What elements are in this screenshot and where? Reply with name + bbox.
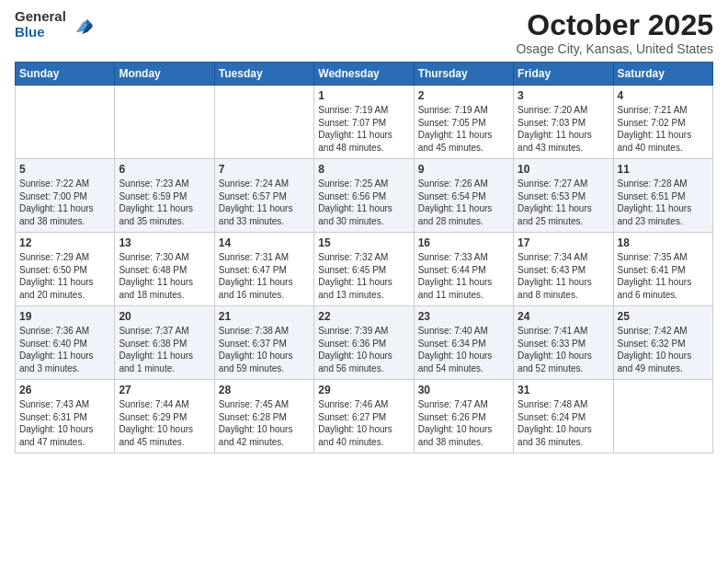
location: Osage City, Kansas, United States [516,41,713,56]
week-row-3: 19Sunrise: 7:36 AM Sunset: 6:40 PM Dayli… [16,306,713,380]
day-info: Sunrise: 7:40 AM Sunset: 6:34 PM Dayligh… [418,325,509,374]
week-row-4: 26Sunrise: 7:43 AM Sunset: 6:31 PM Dayli… [16,380,713,454]
col-saturday: Saturday [613,63,712,86]
calendar-cell: 31Sunrise: 7:48 AM Sunset: 6:24 PM Dayli… [514,380,613,454]
day-number: 14 [219,236,310,249]
day-number: 8 [318,163,409,176]
calendar-cell: 20Sunrise: 7:37 AM Sunset: 6:38 PM Dayli… [115,306,214,380]
day-info: Sunrise: 7:39 AM Sunset: 6:36 PM Dayligh… [318,325,409,374]
day-number: 27 [119,384,210,396]
calendar-cell: 29Sunrise: 7:46 AM Sunset: 6:27 PM Dayli… [314,380,414,454]
day-info: Sunrise: 7:43 AM Sunset: 6:31 PM Dayligh… [19,398,110,448]
day-number: 5 [19,163,110,176]
day-info: Sunrise: 7:27 AM Sunset: 6:53 PM Dayligh… [518,178,609,227]
calendar-cell: 28Sunrise: 7:45 AM Sunset: 6:28 PM Dayli… [214,380,313,454]
day-number: 7 [219,163,310,176]
month-title: October 2025 [516,9,713,41]
day-number: 15 [318,236,409,249]
day-info: Sunrise: 7:46 AM Sunset: 6:27 PM Dayligh… [318,398,409,448]
day-number: 23 [418,310,509,323]
day-info: Sunrise: 7:19 AM Sunset: 7:07 PM Dayligh… [318,104,409,154]
calendar-cell: 17Sunrise: 7:34 AM Sunset: 6:43 PM Dayli… [514,233,613,306]
calendar-cell [214,86,313,159]
calendar-cell: 21Sunrise: 7:38 AM Sunset: 6:37 PM Dayli… [214,306,313,380]
calendar-cell: 6Sunrise: 7:23 AM Sunset: 6:59 PM Daylig… [115,159,214,233]
day-number: 1 [318,89,409,102]
logo-blue: Blue [15,25,66,40]
day-info: Sunrise: 7:47 AM Sunset: 6:26 PM Dayligh… [418,398,509,448]
calendar-cell: 30Sunrise: 7:47 AM Sunset: 6:26 PM Dayli… [414,380,513,454]
col-wednesday: Wednesday [314,63,414,86]
day-info: Sunrise: 7:48 AM Sunset: 6:24 PM Dayligh… [518,398,609,448]
day-number: 31 [518,384,609,396]
day-number: 19 [19,310,110,323]
day-number: 9 [418,163,509,176]
calendar-cell: 14Sunrise: 7:31 AM Sunset: 6:47 PM Dayli… [214,233,313,306]
day-number: 22 [318,310,409,323]
calendar-cell [16,86,115,159]
calendar-cell: 3Sunrise: 7:20 AM Sunset: 7:03 PM Daylig… [514,86,613,159]
day-info: Sunrise: 7:36 AM Sunset: 6:40 PM Dayligh… [19,325,110,374]
calendar-body: 1Sunrise: 7:19 AM Sunset: 7:07 PM Daylig… [16,86,713,454]
day-info: Sunrise: 7:24 AM Sunset: 6:57 PM Dayligh… [219,178,310,227]
calendar-cell [115,86,214,159]
week-row-1: 5Sunrise: 7:22 AM Sunset: 7:00 PM Daylig… [16,159,713,233]
calendar-cell: 22Sunrise: 7:39 AM Sunset: 6:36 PM Dayli… [314,306,414,380]
day-info: Sunrise: 7:32 AM Sunset: 6:45 PM Dayligh… [318,251,409,301]
day-info: Sunrise: 7:23 AM Sunset: 6:59 PM Dayligh… [119,178,210,227]
day-number: 2 [418,89,509,102]
calendar-cell: 4Sunrise: 7:21 AM Sunset: 7:02 PM Daylig… [613,86,712,159]
page-container: General Blue October 2025 Osage City, Ka… [0,0,728,463]
day-number: 20 [119,310,210,323]
day-info: Sunrise: 7:35 AM Sunset: 6:41 PM Dayligh… [618,251,709,301]
week-row-0: 1Sunrise: 7:19 AM Sunset: 7:07 PM Daylig… [16,86,713,159]
day-number: 28 [219,384,310,396]
calendar-cell: 11Sunrise: 7:28 AM Sunset: 6:51 PM Dayli… [613,159,712,233]
day-number: 12 [19,236,110,249]
calendar-cell [613,380,712,454]
day-number: 29 [318,384,409,396]
day-number: 18 [618,236,709,249]
calendar-cell: 18Sunrise: 7:35 AM Sunset: 6:41 PM Dayli… [613,233,712,306]
col-sunday: Sunday [16,63,115,86]
calendar-cell: 7Sunrise: 7:24 AM Sunset: 6:57 PM Daylig… [214,159,313,233]
day-number: 17 [518,236,609,249]
calendar-cell: 12Sunrise: 7:29 AM Sunset: 6:50 PM Dayli… [16,233,115,306]
day-info: Sunrise: 7:30 AM Sunset: 6:48 PM Dayligh… [119,251,210,301]
calendar-cell: 24Sunrise: 7:41 AM Sunset: 6:33 PM Dayli… [514,306,613,380]
day-info: Sunrise: 7:44 AM Sunset: 6:29 PM Dayligh… [119,398,210,448]
col-monday: Monday [115,63,214,86]
col-friday: Friday [514,63,613,86]
page-header: General Blue October 2025 Osage City, Ka… [15,9,713,56]
day-info: Sunrise: 7:26 AM Sunset: 6:54 PM Dayligh… [418,178,509,227]
day-info: Sunrise: 7:25 AM Sunset: 6:56 PM Dayligh… [318,178,409,227]
calendar-cell: 2Sunrise: 7:19 AM Sunset: 7:05 PM Daylig… [414,86,513,159]
day-number: 16 [418,236,509,249]
day-number: 10 [518,163,609,176]
day-info: Sunrise: 7:19 AM Sunset: 7:05 PM Dayligh… [418,104,509,154]
day-info: Sunrise: 7:33 AM Sunset: 6:44 PM Dayligh… [418,251,509,301]
day-info: Sunrise: 7:34 AM Sunset: 6:43 PM Dayligh… [518,251,609,301]
calendar-cell: 19Sunrise: 7:36 AM Sunset: 6:40 PM Dayli… [16,306,115,380]
col-tuesday: Tuesday [214,63,313,86]
col-thursday: Thursday [414,63,513,86]
day-number: 26 [19,384,110,396]
day-number: 24 [518,310,609,323]
day-info: Sunrise: 7:37 AM Sunset: 6:38 PM Dayligh… [119,325,210,374]
day-info: Sunrise: 7:38 AM Sunset: 6:37 PM Dayligh… [219,325,310,374]
calendar-cell: 15Sunrise: 7:32 AM Sunset: 6:45 PM Dayli… [314,233,414,306]
calendar-cell: 1Sunrise: 7:19 AM Sunset: 7:07 PM Daylig… [314,86,414,159]
day-number: 4 [618,89,709,102]
logo-text: General Blue [15,9,66,40]
day-info: Sunrise: 7:45 AM Sunset: 6:28 PM Dayligh… [219,398,310,448]
calendar-table: Sunday Monday Tuesday Wednesday Thursday… [15,62,713,454]
day-number: 21 [219,310,310,323]
header-row: Sunday Monday Tuesday Wednesday Thursday… [16,63,713,86]
title-block: October 2025 Osage City, Kansas, United … [516,9,713,56]
calendar-cell: 10Sunrise: 7:27 AM Sunset: 6:53 PM Dayli… [514,159,613,233]
logo-icon [69,12,95,38]
day-number: 30 [418,384,509,396]
day-number: 25 [618,310,709,323]
day-number: 3 [518,89,609,102]
day-info: Sunrise: 7:21 AM Sunset: 7:02 PM Dayligh… [618,104,709,154]
